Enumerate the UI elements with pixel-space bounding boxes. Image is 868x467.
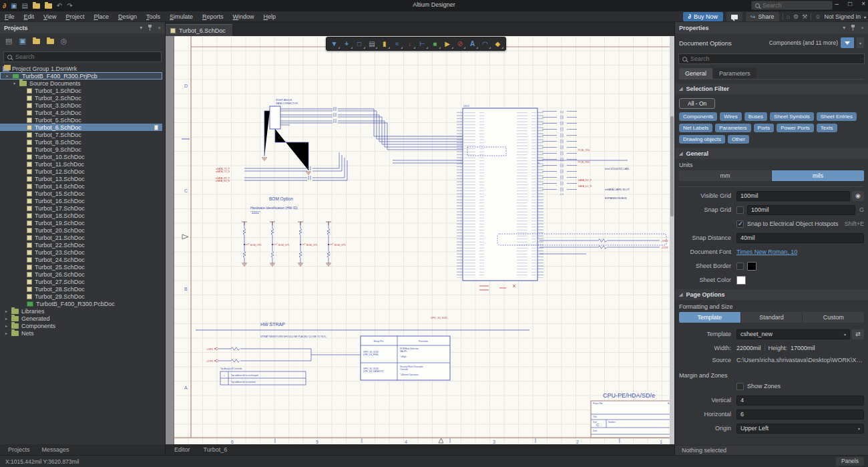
menu-item[interactable]: Edit <box>24 13 35 20</box>
panel-tab[interactable]: Messages <box>37 445 75 455</box>
filter-chip[interactable]: Parameters <box>715 124 750 132</box>
snap-distance-input[interactable]: 40mil <box>736 233 864 243</box>
tree-item-schdoc[interactable]: Turbot_27.SchDoc <box>0 278 165 285</box>
tree-item-pcbdoc[interactable]: TurbotB_F400_R300.PcbDoc <box>0 300 165 307</box>
menu-item[interactable]: Reports <box>202 13 224 20</box>
document-tab[interactable]: Turbot_6.SchDoc <box>166 24 232 36</box>
editor-tab[interactable]: Turbot_6 <box>198 445 234 455</box>
filter-chip[interactable]: Components <box>679 112 717 121</box>
place-part-icon[interactable]: ▮ <box>379 38 390 49</box>
paste-icon[interactable]: ▤ <box>366 38 377 49</box>
mode-custom[interactable]: Custom <box>803 312 864 323</box>
tree-item-schdoc[interactable]: Turbot_7.SchDoc <box>0 131 165 138</box>
vertical-input[interactable]: 4 <box>736 396 864 406</box>
filter-chip[interactable]: Ports <box>754 124 775 132</box>
tree-item-schdoc[interactable]: Turbot_12.SchDoc <box>0 168 165 175</box>
filter-chip[interactable]: Sheet Entries <box>817 112 857 121</box>
tree-item-schdoc[interactable]: Turbot_22.SchDoc <box>0 241 165 249</box>
mode-standard[interactable]: Standard <box>741 312 803 323</box>
projects-search[interactable] <box>3 51 162 62</box>
tab-parameters[interactable]: Parameters <box>713 68 756 79</box>
tree-item-folder[interactable]: ▸ Components <box>0 322 165 329</box>
tree-item-schdoc[interactable]: Turbot_21.SchDoc <box>0 234 165 241</box>
extensions-icon[interactable]: ⚒ <box>802 13 807 20</box>
place-port-icon[interactable]: ▶ <box>442 38 453 49</box>
snap-grid-input[interactable]: 100mil <box>747 205 855 215</box>
menu-item[interactable]: Simulate <box>170 13 193 20</box>
maximize-button[interactable]: □ <box>848 0 852 7</box>
tree-item-schdoc[interactable]: Turbot_2.SchDoc <box>0 94 165 102</box>
tree-item-schdoc[interactable]: Turbot_18.SchDoc <box>0 212 165 219</box>
vertical-scrollbar[interactable] <box>670 36 674 444</box>
properties-search-input[interactable] <box>690 55 791 62</box>
origin-select[interactable]: Upper Left ▾ <box>736 424 864 434</box>
share-button[interactable]: ↪Share <box>746 12 779 21</box>
tree-item-schdoc[interactable]: Turbot_23.SchDoc <box>0 249 165 256</box>
tree-item-folder[interactable]: ▸ Libraries <box>0 307 165 315</box>
soc-block[interactable]: U5C1 <box>457 105 544 281</box>
all-on-button[interactable]: All - On <box>679 98 715 109</box>
bom-option-section[interactable]: BOM Option Hardware Identification (HW I… <box>242 196 346 266</box>
show-zones-checkbox[interactable] <box>736 383 744 390</box>
global-search[interactable] <box>751 1 833 10</box>
sheet-border-checkbox[interactable] <box>736 263 744 270</box>
visible-grid-input[interactable]: 100mil <box>736 191 850 201</box>
pin-icon[interactable] <box>851 25 855 31</box>
filter-chip[interactable]: Texts <box>817 124 837 132</box>
move-icon[interactable]: + <box>341 38 353 49</box>
minimize-button[interactable]: – <box>835 0 839 7</box>
section-page-options[interactable]: ◢ Page Options <box>675 289 868 300</box>
section-selection-filter[interactable]: ◢ Selection Filter <box>675 84 868 94</box>
place-arc-icon[interactable]: ◠ <box>479 38 491 49</box>
settings-gear-icon[interactable]: ⚙ <box>793 13 799 20</box>
document-font-link[interactable]: Times New Roman, 10 <box>736 249 797 255</box>
settings-icon[interactable]: ◎ <box>61 37 67 45</box>
tree-item-schdoc[interactable]: Turbot_16.SchDoc <box>0 197 165 204</box>
tree-item-schdoc[interactable]: Turbot_25.SchDoc <box>0 263 165 271</box>
tree-item-schdoc[interactable]: Turbot_17.SchDoc <box>0 204 165 212</box>
tree-item-schdoc[interactable]: Turbot_14.SchDoc <box>0 182 165 190</box>
panel-close-icon[interactable]: × <box>861 25 864 31</box>
menu-item[interactable]: Help <box>264 13 276 20</box>
tree-item-schdoc[interactable]: Turbot_11.SchDoc <box>0 160 165 168</box>
comment-button[interactable] <box>726 12 742 21</box>
template-refresh-icon[interactable]: ⇄ <box>852 329 864 339</box>
chevron-collapsed-icon[interactable]: ▸ <box>4 309 9 313</box>
tree-item-schdoc[interactable]: Turbot_4.SchDoc <box>0 109 165 116</box>
user-avatar-icon[interactable]: ☺ <box>815 13 821 20</box>
horizontal-input[interactable]: 6 <box>736 410 864 420</box>
place-parameter-icon[interactable]: ◆ <box>492 38 503 49</box>
tree-item-folder[interactable]: ▸ Nets <box>0 329 165 337</box>
tree-item-schdoc[interactable]: Turbot_28.SchDoc <box>0 285 165 293</box>
tree-item-schdoc[interactable]: Turbot_1.SchDoc <box>0 87 165 94</box>
editor-tab[interactable]: Editor <box>168 445 196 455</box>
hotspot-snap-checkbox[interactable] <box>736 220 744 228</box>
filter-chip[interactable]: Power Ports <box>777 124 814 132</box>
sheet-color-swatch[interactable] <box>736 276 746 285</box>
panel-tab[interactable]: Projects <box>3 445 35 455</box>
sheet-border-color-swatch[interactable] <box>747 262 756 271</box>
filter-chip[interactable]: Drawing objects <box>679 135 725 144</box>
mode-template[interactable]: Template <box>679 312 741 323</box>
filter-dropdown-button[interactable]: ▾ <box>857 37 864 48</box>
sata-connector[interactable]: RIGHT ANGLE SATA CONNECTOR <box>262 99 311 174</box>
add-folder-icon[interactable] <box>47 39 54 44</box>
menu-item[interactable]: View <box>43 13 56 20</box>
select-rect-icon[interactable]: □ <box>354 38 365 49</box>
menu-item[interactable]: Project <box>65 13 84 20</box>
tree-item-schdoc[interactable]: Turbot_3.SchDoc <box>0 102 165 109</box>
tree-item-source-documents[interactable]: ▾ Source Documents <box>0 80 165 87</box>
filter-chip[interactable]: Other <box>728 135 749 144</box>
place-wire-icon[interactable]: ≈ <box>391 38 403 49</box>
tree-item-schdoc[interactable]: Turbot_15.SchDoc <box>0 190 165 197</box>
place-harness-icon[interactable]: ⊢ <box>417 38 428 49</box>
tree-item-schdoc[interactable]: Turbot_10.SchDoc <box>0 153 165 160</box>
tree-item-schdoc[interactable]: Turbot_9.SchDoc <box>0 146 165 153</box>
tree-item-folder[interactable]: ▸ Generated <box>0 315 165 322</box>
template-select[interactable]: csheet_new ▾ <box>736 329 850 339</box>
panels-button[interactable]: Panels <box>836 457 864 466</box>
place-no-erc-icon[interactable]: ⊘ <box>454 38 465 49</box>
properties-search[interactable] <box>678 53 865 64</box>
menu-item[interactable]: Place <box>93 13 109 20</box>
filter-chip[interactable]: Net Labels <box>679 124 712 132</box>
